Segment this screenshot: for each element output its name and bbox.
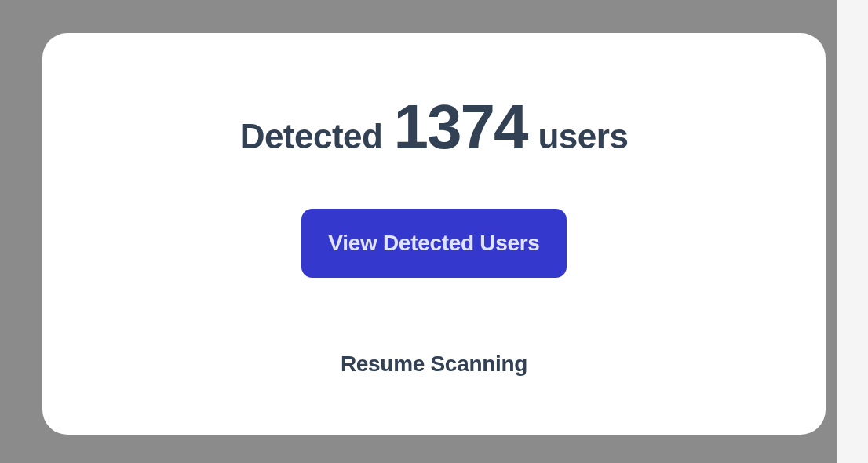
detection-modal: Detected 1374 users View Detected Users …: [42, 33, 826, 435]
headline-count: 1374: [393, 96, 527, 159]
backdrop-edge: [837, 0, 868, 463]
resume-scanning-button[interactable]: Resume Scanning: [341, 352, 527, 377]
headline-suffix: users: [538, 119, 628, 154]
detection-headline: Detected 1374 users: [240, 96, 629, 159]
headline-prefix: Detected: [240, 119, 383, 154]
view-detected-users-button[interactable]: View Detected Users: [301, 209, 566, 278]
